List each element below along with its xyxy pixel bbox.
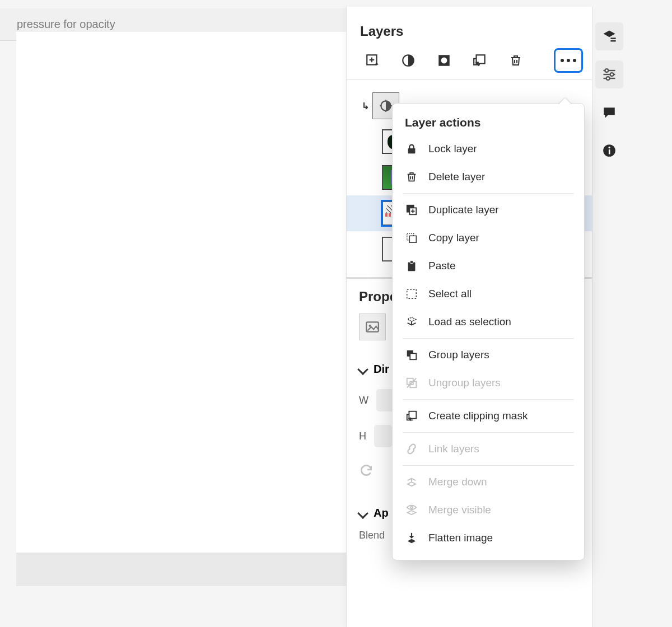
adjustment-layer-button[interactable] — [396, 48, 421, 73]
menu-separator — [403, 399, 574, 400]
menu-item-label: Delete layer — [428, 171, 485, 183]
svg-point-19 — [610, 73, 614, 76]
ungroup-icon — [405, 376, 418, 390]
menu-item-flatten[interactable]: Flatten image — [393, 524, 584, 552]
svg-rect-40 — [409, 411, 416, 419]
chevron-down-icon — [357, 508, 368, 519]
comments-panel-toggle[interactable] — [595, 99, 623, 127]
menu-item-label: Link layers — [428, 443, 479, 455]
svg-point-24 — [608, 147, 610, 148]
document-canvas[interactable] — [16, 32, 346, 553]
svg-point-21 — [606, 77, 610, 80]
menu-item-duplicate[interactable]: Duplicate layer — [393, 196, 584, 224]
menu-item-label: Ungroup layers — [428, 377, 501, 389]
menu-item-label: Lock layer — [428, 143, 477, 155]
menu-item-label: Merge visible — [428, 504, 491, 516]
flatten-icon — [405, 531, 418, 545]
menu-item-ungroup: Ungroup layers — [393, 369, 584, 397]
layers-panel-toggle[interactable] — [595, 22, 623, 50]
lock-icon — [405, 142, 418, 156]
menu-separator — [403, 193, 574, 194]
menu-item-mdown: Merge down — [393, 468, 584, 496]
layer-actions-button[interactable] — [554, 48, 583, 73]
menu-item-delete[interactable]: Delete layer — [393, 163, 584, 191]
paste-icon — [405, 259, 418, 273]
clipping-mask-icon — [405, 409, 418, 423]
brush-pressure-hint: pressure for opacity — [17, 18, 115, 31]
menu-item-mvis: Merge visible — [393, 496, 584, 524]
canvas-bottom-edge — [16, 553, 346, 586]
menu-item-paste[interactable]: Paste — [393, 252, 584, 280]
menu-item-loadsel[interactable]: Load as selection — [393, 308, 584, 336]
svg-point-5 — [441, 58, 447, 64]
menu-item-label: Flatten image — [428, 532, 493, 544]
svg-point-42 — [410, 507, 413, 509]
right-rail — [592, 0, 626, 627]
menu-separator — [403, 465, 574, 466]
menu-separator — [403, 338, 574, 339]
merge-visible-icon — [405, 503, 418, 517]
merge-down-icon — [405, 475, 418, 489]
menu-item-group[interactable]: Group layers — [393, 341, 584, 369]
duplicate-icon — [405, 203, 418, 217]
menu-item-clip[interactable]: Create clipping mask — [393, 402, 584, 430]
width-label: W — [359, 395, 368, 406]
menu-item-label: Group layers — [428, 349, 489, 361]
trash-icon — [405, 170, 418, 184]
menu-item-label: Load as selection — [428, 316, 511, 328]
info-panel-toggle[interactable] — [595, 137, 623, 165]
height-label: H — [359, 431, 366, 442]
svg-rect-25 — [408, 148, 416, 153]
menu-item-label: Paste — [428, 260, 456, 272]
clip-indicator-icon: ↳ — [360, 101, 372, 111]
new-layer-button[interactable] — [360, 48, 385, 73]
svg-rect-23 — [609, 149, 610, 155]
layer-type-chip — [359, 314, 386, 340]
svg-rect-34 — [407, 289, 417, 299]
add-mask-button[interactable] — [432, 48, 456, 73]
group-icon — [405, 348, 418, 362]
clipping-mask-button[interactable] — [468, 48, 492, 73]
layers-toolbar — [347, 46, 592, 79]
menu-item-label: Create clipping mask — [428, 410, 528, 422]
layer-actions-menu: Layer actions Lock layerDelete layerDupl… — [392, 103, 585, 560]
layers-panel-title: Layers — [360, 24, 578, 39]
menu-item-link: Link layers — [393, 435, 584, 463]
chevron-down-icon — [357, 364, 368, 375]
menu-item-label: Merge down — [428, 476, 487, 488]
menu-item-copy[interactable]: Copy layer — [393, 224, 584, 252]
menu-item-selectall[interactable]: Select all — [393, 280, 584, 308]
link-icon — [405, 442, 418, 456]
canvas-area: pressure for opacity — [0, 0, 346, 627]
delete-layer-button[interactable] — [503, 48, 528, 73]
svg-rect-32 — [408, 263, 416, 272]
menu-item-label: Duplicate layer — [428, 204, 499, 216]
adjustments-panel-toggle[interactable] — [595, 60, 623, 88]
menu-item-lock[interactable]: Lock layer — [393, 135, 584, 163]
load-selection-icon — [405, 315, 418, 329]
svg-point-17 — [605, 69, 608, 72]
svg-rect-33 — [410, 261, 413, 264]
menu-separator — [403, 432, 574, 433]
svg-line-39 — [407, 378, 417, 388]
svg-rect-31 — [409, 236, 416, 242]
select-all-icon — [405, 287, 418, 301]
copy-icon — [405, 231, 418, 245]
menu-item-label: Select all — [428, 288, 472, 300]
height-field[interactable] — [374, 425, 392, 447]
svg-rect-36 — [410, 353, 416, 359]
menu-title: Layer actions — [393, 116, 584, 135]
menu-item-label: Copy layer — [428, 232, 479, 244]
